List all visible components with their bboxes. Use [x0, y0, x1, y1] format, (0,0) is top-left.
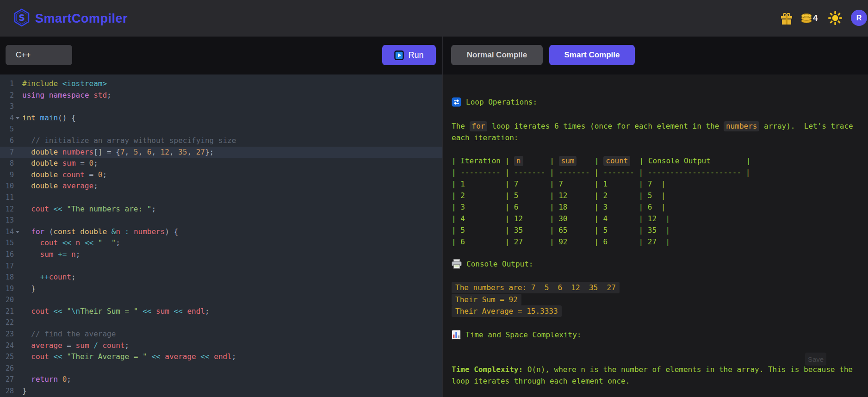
col-n: n — [514, 156, 523, 166]
table-header-row: | Iteration | n | sum | count | Console … — [452, 155, 868, 167]
code-line: 22 — [0, 317, 442, 329]
code-line: 21 cout << "\nTheir Sum = " << sum << en… — [0, 306, 442, 317]
smart-compile-button[interactable]: Smart Compile — [549, 45, 635, 65]
line-number: 10 — [0, 180, 14, 192]
line-number: 16 — [0, 249, 14, 261]
line-number: 8 — [0, 158, 14, 169]
code-line: 16 sum += n; — [0, 249, 442, 261]
coin-count: 4 — [813, 12, 818, 24]
language-select[interactable]: C++ — [6, 45, 72, 65]
line-number: 1 — [0, 78, 14, 90]
inline-code-for: for — [470, 121, 488, 131]
line-number: 17 — [0, 261, 14, 272]
code-line: 27 return 0; — [0, 374, 442, 385]
code-line: 18 ++count; — [0, 272, 442, 283]
code-line: 13 — [0, 215, 442, 226]
svg-text:S: S — [19, 12, 25, 23]
table-row: | 2 | 5 | 12 | 2 | 5 | — [452, 190, 868, 201]
line-number: 13 — [0, 215, 14, 226]
line-number: 5 — [0, 124, 14, 135]
complexity-header: Time and Space Complexity: — [452, 329, 868, 341]
code-line: 8 double sum = 0; — [0, 158, 442, 169]
line-number: 15 — [0, 237, 14, 249]
coins-icon[interactable] — [800, 12, 813, 26]
line-number: 2 — [0, 90, 14, 101]
inline-code-numbers: numbers — [724, 121, 759, 131]
line-number: 23 — [0, 329, 14, 340]
loop-operations-title: Loop Operations: — [466, 98, 537, 106]
gift-icon[interactable] — [781, 12, 793, 27]
line-number: 9 — [0, 169, 14, 181]
code-line: 10 double average; — [0, 180, 442, 192]
iteration-table: | Iteration | n | sum | count | Console … — [452, 155, 868, 248]
line-number: 7 — [0, 147, 14, 158]
code-editor[interactable]: 1#include <iostream>2using namespace std… — [0, 74, 442, 397]
line-number: 4 — [0, 112, 14, 124]
save-button[interactable]: Save — [805, 353, 826, 366]
line-number: 28 — [0, 385, 14, 397]
line-number: 14 — [0, 226, 14, 238]
code-line: 25 cout << "Their Average = " << average… — [0, 351, 442, 363]
table-row: | 4 | 12 | 30 | 4 | 12 | — [452, 213, 868, 224]
normal-compile-button[interactable]: Normal Compile — [451, 45, 543, 65]
code-area: 1#include <iostream>2using namespace std… — [0, 78, 442, 397]
loop-operations-header: Loop Operations: — [452, 96, 868, 108]
chart-icon — [452, 330, 461, 340]
avatar[interactable]: R — [851, 10, 867, 26]
line-number: 11 — [0, 192, 14, 204]
line-number: 18 — [0, 272, 14, 283]
code-line: 15 cout << n << " "; — [0, 237, 442, 249]
code-line: 26 — [0, 363, 442, 374]
code-line: 23 // find the average — [0, 329, 442, 340]
code-line: 4int main() { — [0, 112, 442, 124]
fold-marker-icon[interactable] — [14, 226, 21, 238]
code-line: 5 — [0, 124, 442, 135]
code-line: 9 double count = 0; — [0, 169, 442, 181]
code-line: 20 — [0, 294, 442, 306]
line-number: 27 — [0, 374, 14, 385]
code-line: 7 double numbers[] = {7, 5, 6, 12, 35, 2… — [0, 147, 442, 158]
line-number: 26 — [0, 363, 14, 374]
fold-marker-icon[interactable] — [14, 112, 21, 124]
code-line: 24 average = sum / count; — [0, 340, 442, 352]
navbar: S SmartCompiler 4 — [0, 0, 868, 37]
col-count: count — [603, 156, 630, 166]
line-number: 6 — [0, 135, 14, 147]
run-label: Run — [408, 50, 423, 60]
line-number: 21 — [0, 306, 14, 317]
code-line: 19 } — [0, 283, 442, 295]
console-line: Their Sum = 92 — [452, 294, 521, 305]
logo-icon: S — [14, 8, 30, 29]
brand[interactable]: S SmartCompiler — [14, 8, 128, 29]
compile-output-panel: Loop Operations: The for loop iterates 6… — [443, 74, 868, 397]
code-line: 28} — [0, 385, 442, 397]
console-line: Their Average = 15.3333 — [452, 305, 562, 317]
line-number: 24 — [0, 340, 14, 352]
table-row: | 6 | 27 | 92 | 6 | 27 | — [452, 236, 868, 248]
sun-icon[interactable] — [828, 11, 842, 27]
console-output: The numbers are: 7 5 6 12 35 27 Their Su… — [452, 282, 868, 317]
run-button[interactable]: Run — [382, 45, 436, 65]
brand-title: SmartCompiler — [35, 12, 128, 26]
line-number: 22 — [0, 317, 14, 329]
code-line: 2using namespace std; — [0, 90, 442, 101]
line-number: 3 — [0, 101, 14, 112]
loop-icon — [452, 97, 461, 107]
line-number: 19 — [0, 283, 14, 295]
line-number: 12 — [0, 204, 14, 215]
table-row: | 3 | 6 | 18 | 3 | 6 | — [452, 201, 868, 213]
code-line: 11 — [0, 192, 442, 204]
code-line: 6 // initialize an array without specify… — [0, 135, 442, 147]
time-complexity-label: Time Complexity: — [452, 365, 523, 374]
code-line: 17 — [0, 261, 442, 272]
complexity-explanation: Time Complexity: O(n), where n is the nu… — [452, 364, 868, 387]
code-line: 12 cout << "The numbers are: "; — [0, 204, 442, 215]
loop-explanation: The for loop iterates 6 times (once for … — [452, 120, 868, 143]
table-row: | 5 | 35 | 65 | 5 | 35 | — [452, 224, 868, 236]
code-line: 14 for (const double &n : numbers) { — [0, 226, 442, 238]
complexity-title: Time and Space Complexity: — [465, 330, 581, 339]
console-output-header: Console Output: — [452, 258, 868, 270]
code-line: 3 — [0, 101, 442, 112]
console-line: The numbers are: 7 5 6 12 35 27 — [452, 282, 620, 293]
line-number: 20 — [0, 294, 14, 306]
